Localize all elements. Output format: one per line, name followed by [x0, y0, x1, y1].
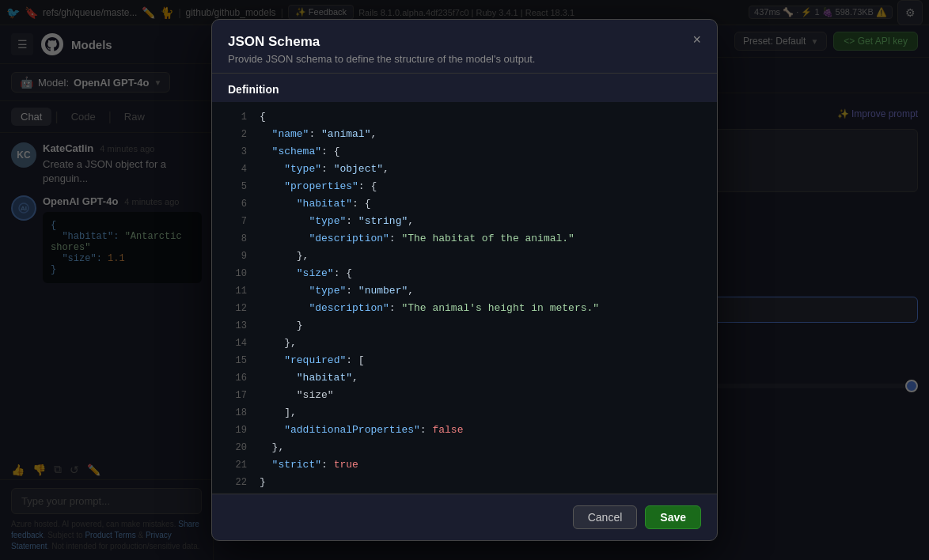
code-line: 21 "strict": true [212, 456, 717, 474]
code-line: 11 "type": "number", [212, 282, 717, 300]
modal-footer: Cancel Save [212, 494, 717, 540]
modal-header-text: JSON Schema Provide JSON schema to defin… [228, 34, 535, 65]
code-line: 3 "schema": { [212, 143, 717, 161]
code-line: 12 "description": "The animal's height i… [212, 300, 717, 317]
save-button[interactable]: Save [645, 505, 701, 529]
code-line: 15 "required": [ [212, 352, 717, 369]
cancel-button[interactable]: Cancel [573, 505, 638, 529]
code-line: 10 "size": { [212, 265, 717, 282]
modal-close-btn[interactable]: × [692, 32, 701, 47]
code-line: 18 ], [212, 404, 717, 422]
code-line: 20 }, [212, 439, 717, 456]
modal-subtitle: Provide JSON schema to define the struct… [228, 53, 535, 65]
json-schema-modal: JSON Schema Provide JSON schema to defin… [211, 19, 718, 541]
code-line: 19 "additionalProperties": false [212, 422, 717, 439]
code-line: 7 "type": "string", [212, 213, 717, 230]
code-line: 17 "size" [212, 387, 717, 404]
code-line: 1{ [212, 108, 717, 126]
code-line: 8 "description": "The habitat of the ani… [212, 230, 717, 248]
modal-section-label: Definition [212, 74, 717, 102]
code-line: 13 } [212, 317, 717, 335]
modal-header: JSON Schema Provide JSON schema to defin… [212, 20, 717, 74]
code-line: 2 "name": "animal", [212, 126, 717, 143]
code-line: 14 }, [212, 335, 717, 352]
code-line: 9 }, [212, 248, 717, 265]
code-editor[interactable]: 1{2 "name": "animal",3 "schema": {4 "typ… [212, 102, 717, 494]
code-line: 16 "habitat", [212, 369, 717, 387]
modal-backdrop: JSON Schema Provide JSON schema to defin… [0, 0, 929, 560]
code-line: 4 "type": "object", [212, 161, 717, 178]
code-line: 22} [212, 474, 717, 491]
modal-title: JSON Schema [228, 34, 535, 50]
code-line: 5 "properties": { [212, 178, 717, 195]
code-line: 6 "habitat": { [212, 195, 717, 213]
